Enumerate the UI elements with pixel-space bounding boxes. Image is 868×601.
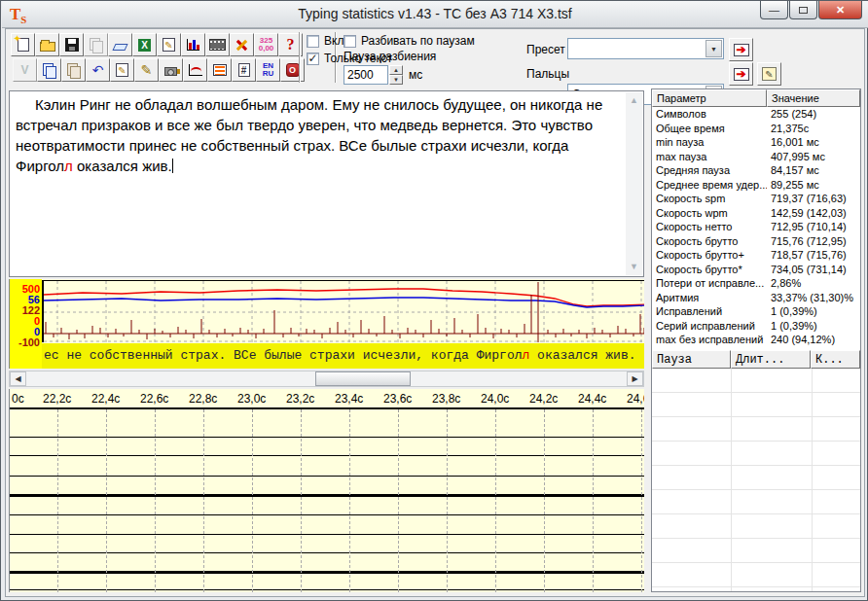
settings-tools-button[interactable]	[230, 33, 254, 56]
chart-y-axis: 5005612200-100	[10, 279, 42, 369]
preset-dropdown[interactable]: ▼	[567, 38, 724, 59]
time-tick-label: 23,0с	[237, 392, 266, 406]
y-axis-label: -100	[18, 336, 40, 348]
film-replay-button[interactable]	[205, 33, 230, 56]
scrollbar-thumb[interactable]	[315, 371, 411, 386]
parameter-name: max без исправлений	[652, 333, 767, 347]
fingers-edit-button[interactable]: ✎	[757, 62, 781, 86]
pause-split-spinner[interactable]: ▲▼	[389, 65, 403, 85]
grid-column-line	[495, 419, 496, 592]
param-column-header[interactable]: Параметр	[652, 89, 767, 107]
parameter-row[interactable]: Исправлений1 (0,39%)	[652, 304, 860, 319]
open-file-button[interactable]	[35, 33, 59, 56]
close-button[interactable]: ✕	[818, 1, 862, 19]
numbers-grid-button[interactable]: #	[232, 58, 256, 82]
parameter-row[interactable]: Общее время21,375с	[652, 122, 860, 136]
new-file-icon	[18, 38, 29, 52]
parameter-row[interactable]: Среднее время удер...89,255 мс	[652, 178, 860, 193]
eraser-button[interactable]	[108, 33, 132, 56]
time-tick-label: 22,4с	[91, 392, 120, 406]
paste-button[interactable]	[61, 58, 86, 82]
graph-button[interactable]	[183, 58, 207, 82]
time-tick	[593, 409, 594, 417]
grid-row-line	[10, 589, 644, 590]
minimize-button[interactable]: —	[760, 1, 788, 19]
preset-export-button[interactable]: ➔	[729, 38, 753, 61]
copy-button[interactable]	[37, 58, 61, 82]
parameter-name: Скорость wpm	[652, 206, 767, 221]
parameter-row[interactable]: max пауза407,995 мс	[652, 150, 860, 164]
count-column-header[interactable]: К...	[811, 350, 860, 369]
split-by-pauses-checkbox-box[interactable]	[344, 35, 356, 48]
new-file-button[interactable]	[11, 33, 35, 56]
preset-dropdown-arrow-icon[interactable]: ▼	[705, 40, 722, 57]
undo-button[interactable]: ↶	[86, 58, 110, 82]
checkbox-vkl[interactable]: Вкл	[307, 34, 344, 48]
fingers-export-button[interactable]: ➔	[729, 62, 753, 86]
parameter-value: 719,37 (716,63)	[767, 192, 860, 206]
list-button[interactable]	[207, 58, 232, 82]
power-off-button[interactable]: O	[280, 58, 305, 82]
value-column-header[interactable]: Значение	[767, 89, 860, 107]
paste-icon	[67, 63, 80, 77]
duration-column-header[interactable]: Длит...	[731, 350, 811, 369]
save-copy-button	[84, 33, 108, 56]
save-button[interactable]	[59, 33, 84, 56]
time-tick	[252, 409, 253, 417]
parameter-value: 21,375с	[767, 122, 860, 136]
parameter-row[interactable]: Средняя пауза84,157 мс	[652, 163, 860, 178]
chart-horizontal-scrollbar[interactable]: ◀ ▶	[9, 371, 644, 387]
excel-export-button[interactable]: X	[132, 33, 157, 56]
edit-note-button[interactable]: ✎	[110, 58, 134, 82]
list-icon	[213, 64, 227, 76]
parameter-row[interactable]: Скорость брутто+718,57 (715,76)	[652, 248, 860, 263]
scroll-down-icon[interactable]: ▼	[626, 259, 642, 275]
tools-icon	[235, 38, 249, 53]
pencil-button[interactable]: ✎	[134, 58, 159, 82]
chart-canvas	[44, 281, 644, 342]
bar-chart-button[interactable]	[181, 33, 205, 56]
parameter-row[interactable]: max без исправлений240 (94,12%)	[652, 333, 860, 347]
parameters-table: Параметр Значение Символов255 (254)Общее…	[652, 89, 860, 347]
camera-icon	[164, 67, 177, 76]
scroll-left-icon[interactable]: ◀	[10, 371, 26, 386]
parameter-value: 33,37% (31,30)%	[767, 291, 860, 305]
parameter-row[interactable]: Скорость брутто*734,05 (731,14)	[652, 263, 860, 277]
pause-column-header[interactable]: Пауза	[652, 350, 731, 369]
typed-text-area[interactable]: Кэлин Ринг не обладал волшебным даром. Е…	[9, 90, 644, 277]
time-axis: 0с22,2с22,4с22,6с22,8с23,0с23,2с23,4с23,…	[9, 389, 644, 419]
edit-text-button[interactable]: ✎	[157, 33, 181, 56]
parameter-row[interactable]: min пауза16,001 мс	[652, 135, 860, 150]
parameter-row[interactable]: Скорость spm719,37 (716,63)	[652, 192, 860, 206]
only-text-checkbox-box[interactable]: ✓	[307, 53, 319, 65]
spin-down-icon[interactable]: ▼	[389, 75, 403, 85]
scroll-up-icon[interactable]: ▲	[626, 92, 642, 109]
column-divider	[731, 369, 732, 591]
power-icon: O	[286, 63, 300, 77]
pause-split-input[interactable]	[344, 65, 388, 85]
text-vertical-scrollbar[interactable]: ▲ ▼	[626, 92, 642, 275]
time-tick-label: 24,4с	[578, 392, 606, 406]
checkbox-split-by-pauses[interactable]: Разбивать по паузам	[344, 34, 475, 48]
parameter-value: 16,001 мс	[767, 135, 860, 150]
parameters-table-body: Символов255 (254)Общее время21,375сmin п…	[652, 107, 860, 347]
parameter-row[interactable]: Серий исправлений1 (0,39%)	[652, 319, 860, 334]
language-en-ru-button[interactable]: EN RU	[256, 58, 280, 82]
parameter-value: 84,157 мс	[767, 163, 860, 178]
parameter-row[interactable]: Скорость брутто715,76 (712,95)	[652, 234, 860, 249]
record-video-button[interactable]	[159, 58, 183, 82]
decimals-button[interactable]: 325 0,00	[254, 33, 278, 56]
parameter-row[interactable]: Скорость нетто712,95 (710,14)	[652, 220, 860, 234]
parameter-row[interactable]: Потери от исправле...2,86%	[652, 276, 860, 291]
spin-up-icon[interactable]: ▲	[389, 65, 403, 75]
time-axis-line	[10, 407, 644, 409]
parameter-row[interactable]: Аритмия33,37% (31,30)%	[652, 291, 860, 305]
time-tick	[106, 409, 107, 417]
maximize-button[interactable]	[789, 1, 817, 19]
parameter-row[interactable]: Скорость wpm142,59 (142,03)	[652, 206, 860, 221]
scroll-right-icon[interactable]: ▶	[627, 371, 643, 386]
time-tick	[641, 409, 642, 417]
vkl-checkbox-box[interactable]	[307, 35, 319, 48]
chart-plot	[42, 280, 644, 342]
parameter-row[interactable]: Символов255 (254)	[652, 107, 860, 122]
